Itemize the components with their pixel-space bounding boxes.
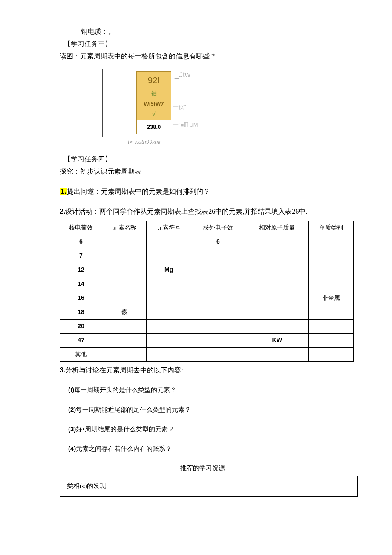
th-element-name: 元素名称: [102, 221, 147, 235]
table-row: 20: [60, 319, 354, 333]
table-row: 47KW: [60, 333, 354, 347]
q3-number: 3.: [60, 366, 65, 374]
q2-number: 2.: [60, 208, 65, 215]
periodic-cell-diagram: 92I 铀 Wi5fW7 √ 238.0 _Jtw 一伙" 一"■皿UM t>-…: [102, 69, 205, 141]
atomic-mass: 238.0: [137, 120, 171, 134]
check-row: √: [137, 109, 171, 119]
table-row: 16非金属: [60, 291, 354, 305]
sub-q4-text: 元素之间存在着什么内在的账系？: [76, 445, 172, 452]
sub-q3-text: 好•周期结尾的是什么类型的元素？: [76, 426, 174, 433]
table-header-row: 核电荷效 元素名称 元素符号 核外电子效 相对原子质量 单质类别: [60, 221, 354, 235]
diagram-side-line: [102, 69, 103, 137]
sub-q2-text: 每一周期能近尾部的足什么类型的元素？: [76, 406, 191, 413]
resource-table: 类相(«)的发现: [60, 476, 358, 497]
task3-label: 【学习任务三】: [55, 38, 349, 50]
task4-text: 探究：初步认识元素周期表: [55, 166, 349, 178]
table-row: 14: [60, 277, 354, 291]
q1-text: 提出问邀：元素周期表中的元素是如何排列的？: [67, 188, 210, 195]
element-symbol-row: Wi5fW7: [137, 99, 171, 109]
diagram-label-bottom: 一"■皿UM: [173, 120, 198, 130]
table-row: 66: [60, 235, 354, 249]
element-lookup-table: 核电荷效 元素名称 元素符号 核外电子效 相对原子质量 单质类别 66 7 12…: [60, 221, 354, 362]
table-row: 7: [60, 249, 354, 263]
sub-q3-number: (3): [68, 425, 76, 433]
element-cell: 92I 铀 Wi5fW7 √ 238.0: [136, 71, 171, 134]
top-remark: 铜电质：。: [55, 26, 349, 38]
sub-q1-text: 每一周期开头的是什么类型的元素？: [74, 386, 176, 393]
task3-text: 读图：元素周期表中的每一格所包含的信息有哪些？: [55, 50, 349, 63]
table-row: 18霰: [60, 305, 354, 319]
th-category: 单质类别: [309, 221, 354, 235]
sub-question-4: (4)元素之间存在着什么内在的账系？: [55, 443, 349, 455]
table-row: 其他: [60, 347, 354, 361]
table-row: 12Mg: [60, 263, 354, 277]
q1-number: 1.: [60, 188, 67, 195]
sub-q1-number: (I): [68, 386, 74, 393]
th-electrons: 核外电子效: [191, 221, 245, 235]
q2-text: 设计活动：两个同学合作从元素同期表上查找表26中的元素,并招结果填入表26中.: [65, 208, 307, 215]
diagram-caption: t>-v.utn99кnк: [128, 137, 161, 147]
question-3: 3.分析与讨论在元素周期去中的以下内容:: [55, 364, 349, 377]
resource-heading: 推荐的学习资源: [55, 462, 349, 474]
sub-question-3: (3)好•周期结尾的是什么类型的元素？: [55, 423, 349, 435]
th-element-symbol: 元素符号: [147, 221, 191, 235]
question-2: 2.设计活动：两个同学合作从元素同期表上查找表26中的元素,并招结果填入表26中…: [55, 206, 349, 218]
task4-label: 【学习任务四】: [55, 153, 349, 166]
diagram-label-top: _Jtw: [175, 68, 190, 81]
sub-q4-number: (4): [68, 445, 76, 452]
sub-question-1: (I)每一周期开头的是什么类型的元素？: [55, 384, 349, 396]
resource-cell: 类相(«)的发现: [60, 476, 358, 497]
atomic-number: 92I: [137, 72, 171, 88]
th-nuclear-charge: 核电荷效: [60, 221, 102, 235]
question-1: 1.提出问邀：元素周期表中的元素是如何排列的？: [55, 186, 349, 198]
resource-row: 类相(«)的发现: [60, 476, 358, 497]
th-atomic-mass: 相对原子质量: [245, 221, 309, 235]
diagram-label-mid: 一伙": [173, 102, 186, 112]
sub-question-2: (2)每一周期能近尾部的足什么类型的元素？: [55, 404, 349, 416]
sub-q2-number: (2): [68, 406, 76, 413]
element-name: 铀: [137, 88, 171, 99]
q3-text: 分析与讨论在元素周期去中的以下内容:: [65, 366, 183, 374]
